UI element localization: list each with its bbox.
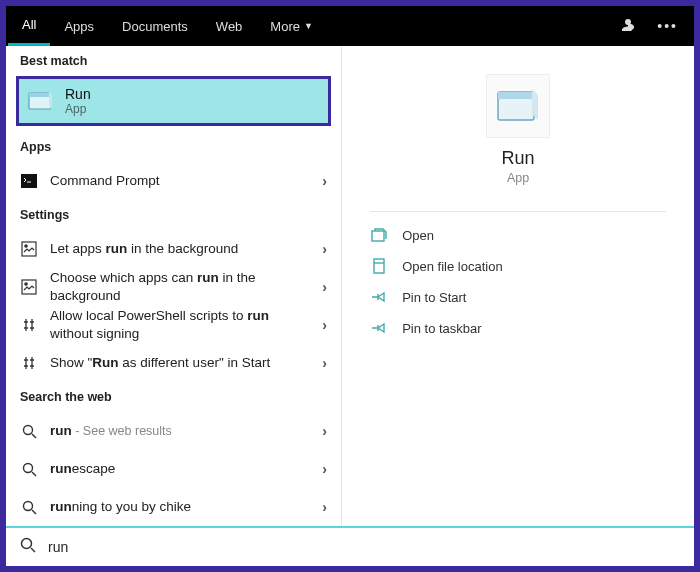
web-result-runescape[interactable]: runescape ›: [6, 450, 341, 488]
chevron-right-icon: ›: [322, 241, 327, 257]
svg-rect-12: [372, 231, 384, 241]
svg-rect-11: [498, 92, 534, 99]
tab-web[interactable]: Web: [202, 6, 257, 46]
section-best-match: Best match: [6, 46, 341, 76]
tab-apps[interactable]: Apps: [50, 6, 108, 46]
result-command-prompt[interactable]: Command Prompt ›: [6, 162, 341, 200]
action-open[interactable]: Open: [370, 226, 666, 244]
chevron-right-icon: ›: [322, 461, 327, 477]
svg-rect-2: [21, 174, 37, 188]
search-icon: [20, 460, 38, 478]
feedback-icon[interactable]: [619, 16, 637, 37]
svg-point-6: [25, 283, 27, 285]
tab-documents[interactable]: Documents: [108, 6, 202, 46]
pin-icon: [370, 288, 388, 306]
svg-rect-1: [29, 93, 51, 97]
section-apps: Apps: [6, 132, 341, 162]
run-app-icon: [27, 89, 55, 113]
preview-app-icon: [486, 74, 550, 138]
svg-rect-3: [22, 242, 36, 256]
web-result-run[interactable]: run - See web results ›: [6, 412, 341, 450]
svg-point-8: [23, 463, 32, 472]
results-list: Best match Run App Apps Command Prompt ›…: [6, 46, 342, 526]
chevron-right-icon: ›: [322, 173, 327, 189]
open-icon: [370, 226, 388, 244]
tab-all[interactable]: All: [8, 6, 50, 46]
action-pin-start[interactable]: Pin to Start: [370, 288, 666, 306]
settings-item-icon: [20, 278, 38, 296]
action-open-location[interactable]: Open file location: [370, 257, 666, 275]
developer-settings-icon: [20, 316, 38, 334]
more-options-icon[interactable]: •••: [657, 18, 678, 34]
best-match-run[interactable]: Run App: [16, 76, 331, 126]
svg-point-14: [22, 539, 32, 549]
action-pin-taskbar[interactable]: Pin to taskbar: [370, 319, 666, 337]
result-choose-bg-apps[interactable]: Choose which apps can run in the backgro…: [6, 268, 341, 306]
preview-title: Run: [501, 148, 534, 169]
svg-point-7: [23, 425, 32, 434]
search-input[interactable]: [48, 539, 680, 555]
result-powershell-scripts[interactable]: Allow local PowerShell scripts to run wi…: [6, 306, 341, 344]
best-match-subtitle: App: [65, 102, 91, 116]
svg-rect-5: [22, 280, 36, 294]
developer-settings-icon: [20, 354, 38, 372]
chevron-right-icon: ›: [322, 423, 327, 439]
chevron-right-icon: ›: [322, 499, 327, 515]
chevron-right-icon: ›: [322, 355, 327, 371]
result-bg-apps[interactable]: Let apps run in the background ›: [6, 230, 341, 268]
folder-icon: [370, 257, 388, 275]
start-search-window: All Apps Documents Web More▼ ••• Best ma…: [6, 6, 694, 566]
chevron-down-icon: ▼: [304, 21, 313, 31]
tab-more[interactable]: More▼: [256, 6, 327, 46]
search-bar[interactable]: [6, 526, 694, 566]
preview-subtitle: App: [507, 171, 529, 185]
section-settings: Settings: [6, 200, 341, 230]
divider: [370, 211, 666, 212]
web-result-running-to-you[interactable]: running to you by chike ›: [6, 488, 341, 526]
chevron-right-icon: ›: [322, 317, 327, 333]
chevron-right-icon: ›: [322, 279, 327, 295]
search-icon: [20, 422, 38, 440]
section-search-web: Search the web: [6, 382, 341, 412]
svg-rect-13: [374, 259, 384, 273]
command-prompt-icon: [20, 172, 38, 190]
settings-item-icon: [20, 240, 38, 258]
pin-icon: [370, 319, 388, 337]
best-match-title: Run: [65, 86, 91, 102]
svg-point-4: [25, 245, 27, 247]
svg-point-9: [23, 501, 32, 510]
search-tabs: All Apps Documents Web More▼ •••: [6, 6, 694, 46]
search-icon: [20, 537, 36, 557]
result-run-as-different-user[interactable]: Show "Run as different user" in Start ›: [6, 344, 341, 382]
preview-pane: Run App Open Open file location: [342, 46, 694, 526]
search-icon: [20, 498, 38, 516]
